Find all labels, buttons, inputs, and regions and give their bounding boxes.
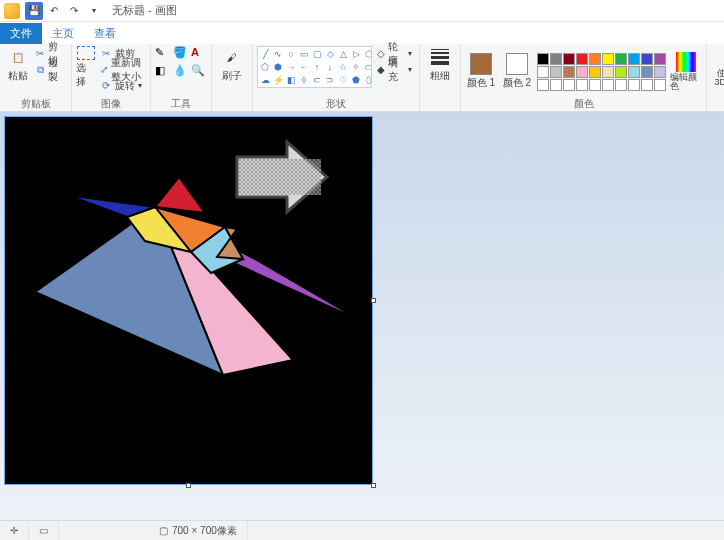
palette-swatch[interactable] bbox=[537, 53, 549, 65]
palette-swatch-empty[interactable] bbox=[576, 79, 588, 91]
statusbar: ✛ ▭ ▢700 × 700像素 bbox=[0, 520, 724, 540]
fill-tool[interactable]: 🪣 bbox=[173, 46, 189, 62]
palette-swatch[interactable] bbox=[602, 66, 614, 78]
status-dimensions: ▢700 × 700像素 bbox=[149, 521, 248, 540]
palette-swatch-empty[interactable] bbox=[550, 79, 562, 91]
ribbon-tabs: 文件 主页 查看 bbox=[0, 22, 724, 44]
color1-button[interactable]: 颜色 1 bbox=[465, 53, 497, 90]
copy-button[interactable]: ⧉複製 bbox=[34, 62, 68, 77]
palette-swatch[interactable] bbox=[615, 53, 627, 65]
status-selection: ▭ bbox=[29, 521, 59, 540]
group-size-label bbox=[439, 97, 442, 111]
palette-swatch-empty[interactable] bbox=[654, 79, 666, 91]
group-image: 选择 ✂裁剪 ⤢重新调整大小 ⟳旋转▾ 图像 bbox=[72, 44, 151, 111]
palette-swatch[interactable] bbox=[550, 53, 562, 65]
rotate-button[interactable]: ⟳旋转▾ bbox=[98, 78, 146, 93]
palette-swatch-empty[interactable] bbox=[628, 79, 640, 91]
palette-swatch[interactable] bbox=[602, 53, 614, 65]
qat-undo-button[interactable]: ↶ bbox=[45, 2, 63, 20]
resize-handle-corner[interactable] bbox=[371, 483, 376, 488]
palette-swatch-empty[interactable] bbox=[641, 79, 653, 91]
paint3d-button[interactable]: 💎 使用画图 3D 进行编辑 bbox=[711, 46, 724, 96]
tab-view[interactable]: 查看 bbox=[84, 23, 126, 44]
brushes-button[interactable]: 🖌 刷子 bbox=[216, 46, 248, 83]
palette-swatch[interactable] bbox=[576, 66, 588, 78]
magnifier-tool[interactable]: 🔍 bbox=[191, 64, 207, 80]
color-palette[interactable] bbox=[537, 53, 666, 91]
shape-fill-button[interactable]: ◆填充▾ bbox=[374, 62, 415, 77]
palette-swatch[interactable] bbox=[641, 53, 653, 65]
group-image-label: 图像 bbox=[101, 97, 121, 111]
ribbon: 📋 粘贴 ✂剪切 ⧉複製 剪贴板 选择 ✂裁剪 ⤢重新调整大小 ⟳旋转▾ 图像 bbox=[0, 44, 724, 112]
paste-label: 粘贴 bbox=[8, 69, 28, 83]
text-tool[interactable]: A bbox=[191, 46, 207, 62]
group-colors-label: 颜色 bbox=[574, 97, 594, 111]
palette-swatch[interactable] bbox=[615, 66, 627, 78]
status-coords: ✛ bbox=[0, 521, 29, 540]
selection-icon: ▭ bbox=[39, 525, 48, 536]
picker-tool[interactable]: 💧 bbox=[173, 64, 189, 80]
palette-swatch[interactable] bbox=[563, 66, 575, 78]
brush-icon: 🖌 bbox=[221, 46, 243, 68]
palette-swatch-empty[interactable] bbox=[589, 79, 601, 91]
qat-redo-button[interactable]: ↷ bbox=[65, 2, 83, 20]
palette-swatch[interactable] bbox=[628, 53, 640, 65]
palette-swatch[interactable] bbox=[589, 66, 601, 78]
tab-file[interactable]: 文件 bbox=[0, 23, 42, 44]
select-icon bbox=[77, 46, 95, 60]
qat-save-button[interactable]: 💾 bbox=[25, 2, 43, 20]
titlebar: 💾 ↶ ↷ ▾ 无标题 - 画图 bbox=[0, 0, 724, 22]
paste-button[interactable]: 📋 粘贴 bbox=[4, 46, 32, 83]
palette-swatch[interactable] bbox=[550, 66, 562, 78]
fill-label: 填充 bbox=[388, 56, 405, 84]
size-button[interactable]: 粗细 bbox=[424, 46, 456, 83]
eraser-tool[interactable]: ◧ bbox=[155, 64, 171, 80]
palette-swatch-empty[interactable] bbox=[537, 79, 549, 91]
palette-swatch-empty[interactable] bbox=[602, 79, 614, 91]
palette-swatch[interactable] bbox=[641, 66, 653, 78]
group-size: 粗细 bbox=[420, 44, 461, 111]
brushes-label: 刷子 bbox=[222, 69, 242, 83]
palette-swatch[interactable] bbox=[654, 66, 666, 78]
group-brushes-label bbox=[231, 97, 234, 111]
palette-swatch[interactable] bbox=[576, 53, 588, 65]
workspace[interactable] bbox=[0, 112, 724, 520]
palette-swatch-empty[interactable] bbox=[615, 79, 627, 91]
group-brushes: 🖌 刷子 bbox=[212, 44, 253, 111]
outline-icon: ◇ bbox=[377, 48, 385, 59]
select-button[interactable]: 选择 bbox=[76, 46, 96, 89]
paint3d-label: 使用画图 3D 进行编辑 bbox=[711, 69, 724, 96]
palette-swatch[interactable] bbox=[537, 66, 549, 78]
palette-swatch[interactable] bbox=[654, 53, 666, 65]
palette-swatch[interactable] bbox=[563, 53, 575, 65]
palette-swatch[interactable] bbox=[628, 66, 640, 78]
paste-icon: 📋 bbox=[7, 46, 29, 68]
dims-text: 700 × 700像素 bbox=[172, 524, 237, 538]
app-icon bbox=[4, 3, 20, 19]
palette-swatch-empty[interactable] bbox=[563, 79, 575, 91]
window-title: 无标题 - 画图 bbox=[112, 3, 177, 18]
resize-button[interactable]: ⤢重新调整大小 bbox=[98, 62, 146, 77]
palette-swatch[interactable] bbox=[589, 53, 601, 65]
resize-handle-bottom[interactable] bbox=[186, 483, 191, 488]
color2-button[interactable]: 颜色 2 bbox=[501, 53, 533, 90]
svg-marker-7 bbox=[155, 177, 205, 213]
shapes-gallery[interactable]: ╱∿○▭▢◇△▷⬡ ⬠⬢→←↑↓☆✧⬭ ☁⚡◧◊⊂⊃♡⬟⬯ bbox=[257, 46, 372, 88]
size-icon bbox=[429, 46, 451, 68]
copy-icon: ⧉ bbox=[36, 64, 46, 76]
dims-icon: ▢ bbox=[159, 525, 168, 536]
rotate-icon: ⟳ bbox=[100, 80, 112, 92]
qat-customize-button[interactable]: ▾ bbox=[85, 2, 103, 20]
edit-colors-label: 编辑颜色 bbox=[670, 73, 702, 91]
edit-colors-button[interactable]: 编辑颜色 bbox=[670, 52, 702, 91]
pencil-tool[interactable]: ✎ bbox=[155, 46, 171, 62]
color2-swatch bbox=[506, 53, 528, 75]
svg-rect-10 bbox=[239, 159, 321, 195]
group-paint3d: 💎 使用画图 3D 进行编辑 i 产品提醒 bbox=[707, 44, 724, 111]
group-tools: ✎ 🪣 A ◧ 💧 🔍 工具 bbox=[151, 44, 212, 111]
group-shapes-label: 形状 bbox=[326, 97, 346, 111]
group-clipboard-label: 剪贴板 bbox=[21, 97, 51, 111]
resize-handle-right[interactable] bbox=[371, 298, 376, 303]
color2-label: 颜色 2 bbox=[503, 76, 531, 90]
canvas[interactable] bbox=[4, 116, 373, 485]
